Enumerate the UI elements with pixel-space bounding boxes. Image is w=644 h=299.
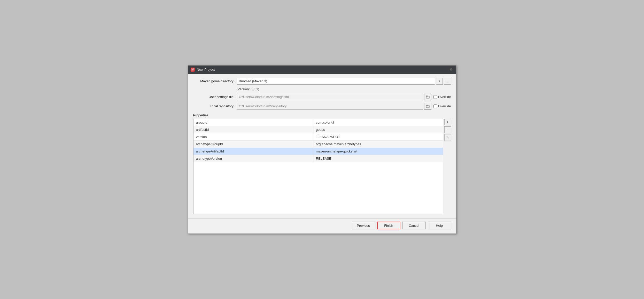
property-value: maven-archetype-quickstart — [313, 148, 443, 155]
finish-button[interactable]: Finish — [377, 222, 400, 229]
dialog-title: New Project — [197, 68, 446, 71]
close-button[interactable]: ✕ — [448, 67, 454, 72]
local-repo-override-label: Override — [438, 104, 451, 108]
app-icon: M — [191, 68, 195, 72]
local-repo-override-checkbox[interactable] — [433, 104, 437, 108]
user-settings-input[interactable] — [237, 94, 423, 100]
user-settings-label: User settings file: — [193, 95, 235, 99]
local-repo-override[interactable]: Override — [433, 104, 451, 108]
table-row[interactable]: archetypeGroupId org.apache.maven.archet… — [193, 141, 443, 148]
table-row[interactable]: version 1.0-SNAPSHOT — [193, 133, 443, 141]
cancel-button[interactable]: Cancel — [402, 222, 426, 229]
local-repo-input[interactable] — [237, 103, 423, 110]
dialog-content: Maven home directory: ▼ … (Version: 3.6.… — [188, 74, 456, 219]
user-settings-combo — [237, 94, 431, 100]
property-value: com.colorful — [313, 119, 443, 126]
user-settings-override[interactable]: Override — [433, 95, 451, 99]
dialog-footer: Previous Finish Cancel Help — [188, 218, 456, 233]
previous-button[interactable]: Previous — [352, 222, 375, 229]
add-property-button[interactable]: + — [444, 119, 451, 125]
property-key: archetypeGroupId — [193, 141, 313, 148]
table-row[interactable]: archetypeVersion RELEASE — [193, 155, 443, 162]
maven-home-input[interactable] — [237, 78, 435, 85]
maven-home-browse[interactable]: … — [444, 78, 451, 85]
properties-table-wrapper: groupId com.colorful artifactId goods ve… — [193, 119, 443, 214]
new-project-dialog: M New Project ✕ Maven home directory: ▼ … — [188, 65, 456, 234]
user-settings-override-label: Override — [438, 95, 451, 99]
table-row[interactable]: archetypeArtifactId maven-archetype-quic… — [193, 148, 443, 155]
properties-table: groupId com.colorful artifactId goods ve… — [193, 119, 443, 163]
remove-property-button[interactable]: − — [444, 126, 451, 133]
property-value: goods — [313, 126, 443, 133]
local-repo-combo — [237, 103, 431, 110]
user-settings-override-checkbox[interactable] — [433, 95, 437, 99]
user-settings-row: User settings file: Override — [193, 94, 451, 100]
property-value: org.apache.maven.archetypes — [313, 141, 443, 148]
properties-title: Properties — [193, 113, 451, 117]
table-empty-area — [193, 162, 443, 214]
property-key: groupId — [193, 119, 313, 126]
user-settings-browse[interactable] — [424, 94, 431, 100]
properties-container: groupId com.colorful artifactId goods ve… — [193, 119, 451, 214]
table-row[interactable]: artifactId goods — [193, 126, 443, 133]
maven-home-row: Maven home directory: ▼ … — [193, 78, 451, 85]
property-value: RELEASE — [313, 155, 443, 162]
table-row[interactable]: groupId com.colorful — [193, 119, 443, 126]
side-buttons: + − ✎ — [444, 119, 451, 214]
property-key: version — [193, 133, 313, 141]
maven-home-dropdown[interactable]: ▼ — [436, 78, 443, 85]
local-repo-row: Local repository: Override — [193, 103, 451, 110]
local-repo-browse[interactable] — [424, 103, 431, 110]
property-key: artifactId — [193, 126, 313, 133]
property-value: 1.0-SNAPSHOT — [313, 133, 443, 141]
edit-property-button[interactable]: ✎ — [444, 134, 451, 141]
local-repo-label: Local repository: — [193, 104, 235, 108]
title-bar: M New Project ✕ — [188, 66, 456, 74]
property-key: archetypeVersion — [193, 155, 313, 162]
maven-home-label: Maven home directory: — [193, 79, 235, 83]
help-button[interactable]: Help — [428, 222, 451, 229]
properties-section: Properties groupId com.colorful artifact… — [193, 113, 451, 214]
maven-home-combo: ▼ … — [237, 78, 451, 85]
property-key: archetypeArtifactId — [193, 148, 313, 155]
version-text: (Version: 3.6.1) — [193, 87, 451, 91]
